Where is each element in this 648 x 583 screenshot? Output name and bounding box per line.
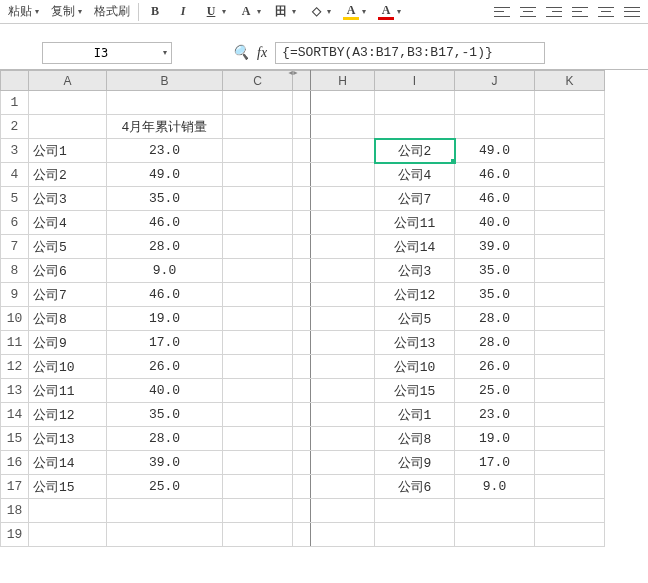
row-header-11[interactable]: 11	[1, 331, 29, 355]
cell-I14[interactable]: 公司1	[375, 403, 455, 427]
cell-C17[interactable]	[223, 475, 293, 499]
font-color-button[interactable]: A▾	[374, 4, 405, 20]
fill-color-button[interactable]: ◇▾	[304, 4, 335, 20]
row-header-4[interactable]: 4	[1, 163, 29, 187]
cell-J17[interactable]: 9.0	[455, 475, 535, 499]
cell-A9[interactable]: 公司7	[29, 283, 107, 307]
cell-A1[interactable]	[29, 91, 107, 115]
row-header-16[interactable]: 16	[1, 451, 29, 475]
cell-B14[interactable]: 35.0	[107, 403, 223, 427]
row-header-5[interactable]: 5	[1, 187, 29, 211]
underline-button[interactable]: U▾	[199, 4, 230, 20]
cell-B13[interactable]: 40.0	[107, 379, 223, 403]
cell-A4[interactable]: 公司2	[29, 163, 107, 187]
cell-J13[interactable]: 25.0	[455, 379, 535, 403]
row-header-13[interactable]: 13	[1, 379, 29, 403]
cell-H9[interactable]	[311, 283, 375, 307]
cell-J3[interactable]: 49.0	[455, 139, 535, 163]
formula-input[interactable]: {=SORTBY(A3:B17,B3:B17,-1)}	[275, 42, 545, 64]
cell-K12[interactable]	[535, 355, 605, 379]
cell-C18[interactable]	[223, 499, 293, 523]
row-header-15[interactable]: 15	[1, 427, 29, 451]
cell-C5[interactable]	[223, 187, 293, 211]
cell-I9[interactable]: 公司12	[375, 283, 455, 307]
row-header-19[interactable]: 19	[1, 523, 29, 547]
cell-J5[interactable]: 46.0	[455, 187, 535, 211]
cell-I3[interactable]: 公司2	[375, 139, 455, 163]
cell-H13[interactable]	[311, 379, 375, 403]
col-header-A[interactable]: A	[29, 71, 107, 91]
cell-K8[interactable]	[535, 259, 605, 283]
cell-I10[interactable]: 公司5	[375, 307, 455, 331]
cell-I7[interactable]: 公司14	[375, 235, 455, 259]
cell-K10[interactable]	[535, 307, 605, 331]
cell-J2[interactable]	[455, 115, 535, 139]
sheet-grid[interactable]: A B C H I J K 124月年累计销量3公司123.0公司249.04公…	[0, 70, 648, 547]
font-button[interactable]: A▾	[234, 4, 265, 20]
cell-B9[interactable]: 46.0	[107, 283, 223, 307]
row-header-6[interactable]: 6	[1, 211, 29, 235]
cell-B11[interactable]: 17.0	[107, 331, 223, 355]
cell-C7[interactable]	[223, 235, 293, 259]
cell-B3[interactable]: 23.0	[107, 139, 223, 163]
cell-A2[interactable]	[29, 115, 107, 139]
row-header-9[interactable]: 9	[1, 283, 29, 307]
cell-K17[interactable]	[535, 475, 605, 499]
cell-A5[interactable]: 公司3	[29, 187, 107, 211]
cell-B18[interactable]	[107, 499, 223, 523]
cell-C9[interactable]	[223, 283, 293, 307]
cell-C2[interactable]	[223, 115, 293, 139]
cell-C1[interactable]	[223, 91, 293, 115]
cell-C8[interactable]	[223, 259, 293, 283]
cell-I2[interactable]	[375, 115, 455, 139]
cell-H6[interactable]	[311, 211, 375, 235]
cell-J15[interactable]: 19.0	[455, 427, 535, 451]
cell-H2[interactable]	[311, 115, 375, 139]
col-header-H[interactable]: H	[311, 71, 375, 91]
cell-I6[interactable]: 公司11	[375, 211, 455, 235]
col-header-C[interactable]: C	[223, 71, 293, 91]
border-button[interactable]: 田▾	[269, 4, 300, 20]
cell-H5[interactable]	[311, 187, 375, 211]
row-header-1[interactable]: 1	[1, 91, 29, 115]
cell-J6[interactable]: 40.0	[455, 211, 535, 235]
cell-B12[interactable]: 26.0	[107, 355, 223, 379]
align-right-button[interactable]	[542, 5, 566, 19]
cell-I16[interactable]: 公司9	[375, 451, 455, 475]
cell-C19[interactable]	[223, 523, 293, 547]
row-header-14[interactable]: 14	[1, 403, 29, 427]
select-all-corner[interactable]	[1, 71, 29, 91]
name-box[interactable]: ▾	[42, 42, 172, 64]
cell-B16[interactable]: 39.0	[107, 451, 223, 475]
cell-H3[interactable]	[311, 139, 375, 163]
row-header-8[interactable]: 8	[1, 259, 29, 283]
cell-K6[interactable]	[535, 211, 605, 235]
fx-icon[interactable]: fx	[257, 45, 267, 61]
cell-K19[interactable]	[535, 523, 605, 547]
cell-A16[interactable]: 公司14	[29, 451, 107, 475]
cell-A15[interactable]: 公司13	[29, 427, 107, 451]
cell-A8[interactable]: 公司6	[29, 259, 107, 283]
cell-I8[interactable]: 公司3	[375, 259, 455, 283]
cell-H17[interactable]	[311, 475, 375, 499]
cell-K16[interactable]	[535, 451, 605, 475]
cell-J14[interactable]: 23.0	[455, 403, 535, 427]
cell-A14[interactable]: 公司12	[29, 403, 107, 427]
row-header-18[interactable]: 18	[1, 499, 29, 523]
cell-J8[interactable]: 35.0	[455, 259, 535, 283]
cell-I12[interactable]: 公司10	[375, 355, 455, 379]
row-header-17[interactable]: 17	[1, 475, 29, 499]
cell-J10[interactable]: 28.0	[455, 307, 535, 331]
cell-J11[interactable]: 28.0	[455, 331, 535, 355]
cell-I13[interactable]: 公司15	[375, 379, 455, 403]
cell-H10[interactable]	[311, 307, 375, 331]
cell-C13[interactable]	[223, 379, 293, 403]
row-header-2[interactable]: 2	[1, 115, 29, 139]
cell-I4[interactable]: 公司4	[375, 163, 455, 187]
cell-B1[interactable]	[107, 91, 223, 115]
cell-H4[interactable]	[311, 163, 375, 187]
cell-B7[interactable]: 28.0	[107, 235, 223, 259]
cell-A10[interactable]: 公司8	[29, 307, 107, 331]
cell-K2[interactable]	[535, 115, 605, 139]
cell-C14[interactable]	[223, 403, 293, 427]
